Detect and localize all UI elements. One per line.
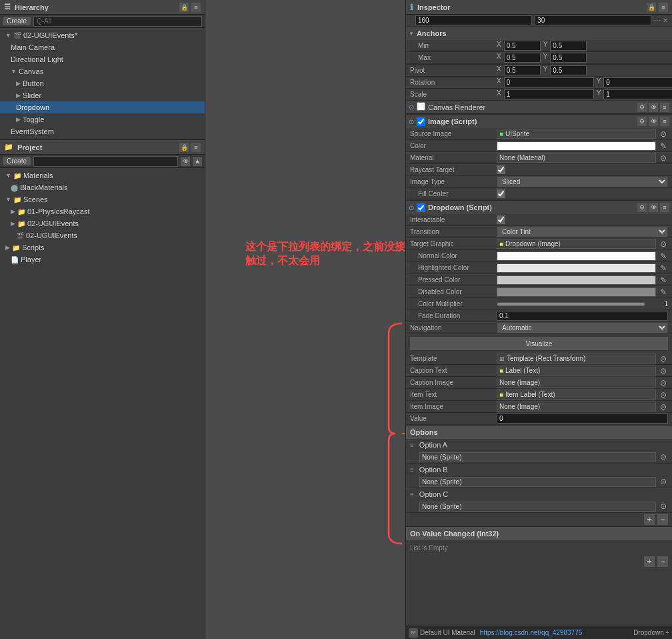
hierarchy-lock-btn[interactable]: 🔒 [179,3,189,12]
scale-y[interactable] [603,89,672,99]
highlighted-color-edit-btn[interactable]: ✎ [659,263,668,273]
pivot-x[interactable] [504,65,541,75]
scale-x[interactable] [504,89,594,99]
caption-image-open-btn[interactable]: ⊙ [659,378,668,388]
rotation-y[interactable] [603,77,672,87]
canvas-renderer-settings-btn[interactable]: ⚙ [637,103,647,112]
image-enabled[interactable] [417,117,425,126]
pressed-color-edit-btn[interactable]: ✎ [659,275,668,285]
tree-item-directional-light[interactable]: Directional Light [0,53,205,65]
top-val1-field[interactable] [415,15,532,25]
scene-view: 这个是下拉列表的绑定，之前没接触过，不太会用 [205,0,405,639]
event-plus-btn[interactable]: + [644,556,655,567]
anchors-header[interactable]: ▼ Anchors [406,27,672,40]
image-material-field: None (Material) [497,153,656,163]
image-header[interactable]: ⊙ Image (Script) ⚙ 👁 ≡ [406,115,672,128]
dropdown-settings-btn[interactable]: ⚙ [637,203,647,212]
event-minus-btn[interactable]: − [657,556,668,567]
disabled-color-swatch[interactable] [497,287,656,297]
template-open-btn[interactable]: ⊙ [659,354,668,364]
project-create-btn[interactable]: Create [3,157,31,165]
project-lock-btn[interactable]: 🔒 [179,143,189,152]
option-a-open-btn[interactable]: ⊙ [659,452,668,462]
target-graphic-open-btn[interactable]: ⊙ [659,239,668,249]
image-menu-btn[interactable]: ≡ [660,117,669,126]
project-item-physicsraycast[interactable]: ▶ 📁 01-PhysicsRaycast [0,205,205,217]
canvas-renderer-enabled[interactable] [417,102,425,111]
pivot-y[interactable] [550,65,587,75]
anchor-min-x[interactable] [504,41,541,51]
tree-item-toggle[interactable]: ▶ Toggle [0,113,205,125]
project-item-materials[interactable]: ▼ 📁 Materials [0,169,205,181]
fill-center-checkbox[interactable] [497,189,505,198]
target-graphic-field: ■ Dropdown (Image) [497,239,656,249]
anchors-min-label: Min [410,42,497,49]
rotation-x[interactable] [504,77,594,87]
option-c-open-btn[interactable]: ⊙ [659,502,668,511]
item-text-open-btn[interactable]: ⊙ [659,390,668,400]
fade-duration-field[interactable] [497,311,668,321]
inspector-menu-btn[interactable]: ≡ [659,3,668,12]
tree-item-canvas[interactable]: ▼ Canvas [0,65,205,77]
raycast-target-checkbox[interactable] [497,165,505,174]
project-eye-btn[interactable]: 👁 [181,157,190,166]
hierarchy-create-btn[interactable]: Create [3,17,31,25]
interactable-checkbox[interactable] [497,215,505,224]
caption-text-open-btn[interactable]: ⊙ [659,366,668,376]
transition-select[interactable]: Color Tint [497,226,668,237]
tree-item-main-camera[interactable]: Main Camera [0,41,205,53]
project-item-scenes[interactable]: ▼ 📁 Scenes [0,193,205,205]
options-minus-btn[interactable]: − [657,514,668,525]
image-color-swatch[interactable] [497,141,656,151]
project-item-uguievents[interactable]: ▶ 📁 02-UGUIEvents [0,217,205,229]
canvas-renderer-header[interactable]: ⊙ Canvas Renderer ⚙ 👁 ≡ [406,101,672,114]
tree-item-button[interactable]: ▶ Button [0,77,205,89]
canvas-renderer-eye-btn[interactable]: 👁 [649,103,658,112]
inspector-content: ⋯ ✕ ▼ Anchors Min X Y [406,15,672,626]
project-item-blackmaterials[interactable]: ⬤ BlackMaterials [0,181,205,193]
source-image-open-btn[interactable]: ⊙ [659,129,668,139]
visualize-btn[interactable]: Visualize [410,337,668,350]
highlighted-color-swatch[interactable] [497,263,656,273]
disabled-color-edit-btn[interactable]: ✎ [659,287,668,297]
anchor-max-y[interactable] [550,53,587,63]
item-image-open-btn[interactable]: ⊙ [659,402,668,412]
project-search[interactable] [33,156,178,167]
tree-item-root[interactable]: ▼ 🎬 02-UGUIEvents* [0,29,205,41]
pressed-color-swatch[interactable] [497,275,656,285]
project-item-scripts[interactable]: ▶ 📁 Scripts [0,241,205,253]
dropdown-menu-btn[interactable]: ≡ [660,203,669,212]
navigation-select[interactable]: Automatic [497,322,668,334]
inspector-lock-btn[interactable]: 🔒 [647,3,656,12]
option-b-open-btn[interactable]: ⊙ [659,477,668,486]
image-type-select[interactable]: Sliced [497,176,668,187]
template-value: Template (Rect Transform) [507,355,585,362]
project-item-player[interactable]: 📄 Player [0,253,205,265]
tree-item-slider[interactable]: ▶ Slider [0,89,205,101]
options-plus-btn[interactable]: + [644,514,655,525]
dropdown-header[interactable]: ⊙ Dropdown (Script) ⚙ 👁 ≡ [406,201,672,214]
image-color-open-btn[interactable]: ✎ [659,141,668,151]
image-eye-btn[interactable]: 👁 [649,117,658,126]
value-field[interactable] [497,414,668,424]
dropdown-enabled[interactable] [417,203,425,212]
normal-color-edit-btn[interactable]: ✎ [659,251,668,261]
project-star-btn[interactable]: ★ [193,157,202,166]
anchor-max-x[interactable] [504,53,541,63]
option-a-sprite-field: None (Sprite) [419,452,656,462]
target-graphic-value: Dropdown (Image) [505,240,561,247]
image-material-open-btn[interactable]: ⊙ [659,153,668,163]
normal-color-swatch[interactable] [497,251,656,261]
hierarchy-menu-btn[interactable]: ≡ [191,3,201,12]
dropdown-eye-btn[interactable]: 👁 [649,203,658,212]
source-image-label: Source Image [410,130,497,137]
tree-item-eventsystem[interactable]: EventSystem [0,125,205,137]
hierarchy-search[interactable] [33,16,202,27]
project-menu-btn[interactable]: ≡ [191,143,201,152]
top-val2-field[interactable] [535,15,651,25]
image-settings-btn[interactable]: ⚙ [637,117,647,126]
anchor-min-y[interactable] [550,41,587,51]
tree-item-dropdown[interactable]: Dropdown [0,101,205,113]
canvas-renderer-menu-btn[interactable]: ≡ [660,103,669,112]
project-item-uguievents-scene[interactable]: 🎬 02-UGUIEvents [0,229,205,241]
